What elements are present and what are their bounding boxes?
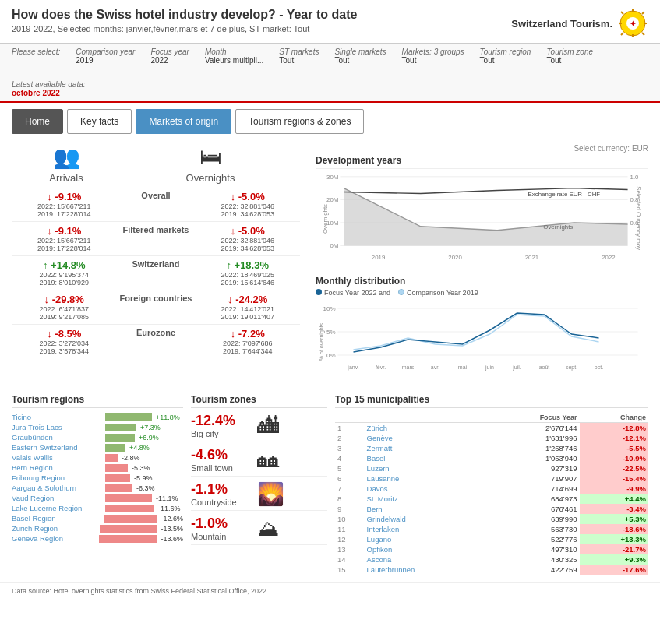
muni-name: Lauterbrunnen	[365, 565, 485, 575]
region-bar	[105, 413, 152, 421]
region-value: -11.6%	[158, 505, 181, 512]
region-value: -12.6%	[161, 515, 183, 523]
muni-name: Davos	[365, 484, 485, 494]
filter-bar: Please select: Comparison year 2019 Focu…	[0, 44, 660, 103]
muni-name: St. Moritz	[365, 494, 485, 504]
svg-line-7	[621, 12, 623, 14]
muni-rank: 5	[335, 463, 365, 473]
region-bar-container: -11.1%	[105, 494, 178, 502]
monthly-chart: 10% 5% 0% janv. févr. mars avr. mai	[316, 299, 648, 385]
municipality-row: 13Opfikon497'310-21.7%	[335, 544, 648, 554]
filter-tourism-region[interactable]: Tourism region Tout	[480, 48, 531, 65]
logo-icon: ✦	[617, 8, 648, 39]
svg-line-8	[642, 33, 644, 35]
muni-focus: 684'973	[484, 494, 579, 504]
muni-change: -12.1%	[580, 433, 649, 443]
filter-markets-3groups[interactable]: Markets: 3 groups Tout	[402, 48, 464, 65]
page-footer: Data source: Hotel overnights statistics…	[0, 582, 660, 599]
region-row: Fribourg Region-5.9%	[12, 473, 183, 482]
muni-rank: 13	[335, 544, 365, 554]
muni-change: -18.6%	[580, 524, 649, 534]
zone-label: Big city	[191, 429, 249, 438]
region-row: Basel Region-12.6%	[12, 514, 183, 523]
markets-of-origin-button[interactable]: Markets of origin	[136, 109, 231, 134]
page-header: How does the Swiss hotel industry develo…	[0, 0, 660, 44]
muni-rank: 2	[335, 433, 365, 443]
muni-rank: 1	[335, 423, 365, 434]
muni-rank: 6	[335, 473, 365, 484]
filter-focus[interactable]: Focus year 2022	[150, 48, 189, 65]
region-name: Eastern Switzerland	[12, 443, 105, 452]
region-bar	[105, 444, 125, 452]
tourism-regions-zones-button[interactable]: Tourism regions & zones	[235, 109, 364, 134]
svg-text:oct.: oct.	[595, 364, 603, 370]
region-bar-container: -5.9%	[105, 474, 153, 482]
filter-single-markets[interactable]: Single markets Tout	[334, 48, 386, 65]
svg-text:avr.: avr.	[431, 364, 439, 370]
filter-st-markets[interactable]: ST markets Tout	[279, 48, 319, 65]
arrivals-value: ↓ -29.8% 2022: 6'471'837 2019: 9'217'085	[12, 290, 117, 325]
tourism-zones-section: Tourism zones -12.4%Big city🏙-4.6%Small …	[191, 394, 327, 575]
region-bar-container: +11.8%	[105, 413, 180, 421]
filter-comparison[interactable]: Comparison year 2019	[76, 48, 135, 65]
overnights-header: 🛏 Overnights	[152, 144, 269, 184]
region-bar	[105, 474, 130, 482]
svg-text:mars: mars	[402, 364, 415, 370]
muni-name: Lugano	[365, 534, 485, 544]
filter-month[interactable]: Month Valeurs multipli...	[205, 48, 263, 65]
arrivals-icon: 👥	[12, 144, 121, 170]
currency-selector[interactable]: Select currency: EUR	[316, 144, 648, 153]
region-row: Bern Region-5.3%	[12, 463, 183, 472]
zone-value: -1.0%	[191, 516, 249, 532]
region-bar	[104, 515, 157, 523]
bottom-section: Tourism regions Ticino+11.8%Jura Trois L…	[12, 394, 648, 575]
municipality-row: 9Bern676'461-3.4%	[335, 504, 648, 514]
svg-text:janv.: janv.	[347, 364, 358, 371]
overnights-value: ↓ -7.2% 2022: 7'097'686 2019: 7'644'344	[195, 325, 300, 359]
muni-rank: 12	[335, 534, 365, 544]
stats-row-label: Switzerland	[117, 256, 196, 290]
svg-text:août: août	[539, 364, 550, 370]
region-row: Graubünden+6.9%	[12, 433, 183, 442]
muni-change: -10.9%	[580, 453, 649, 463]
filter-tourism-zone[interactable]: Tourism zone Tout	[546, 48, 593, 65]
key-facts-button[interactable]: Key facts	[67, 109, 132, 134]
muni-focus: 927'319	[484, 463, 579, 473]
zone-icon: ⛰	[257, 516, 279, 541]
filter-latest: Latest available data: octobre 2022	[12, 80, 86, 97]
svg-text:0.6: 0.6	[630, 220, 640, 227]
region-name: Aargau & Solothurn	[12, 484, 105, 492]
region-row: Ticino+11.8%	[12, 413, 183, 421]
municipality-row: 12Lugano522'776+13.3%	[335, 534, 648, 544]
chart-area: Select currency: EUR Development years O…	[316, 144, 648, 386]
muni-focus: 1'631'996	[484, 433, 579, 443]
home-button[interactable]: Home	[12, 109, 63, 134]
region-row: Zurich Region-13.5%	[12, 524, 183, 533]
muni-change: +13.3%	[580, 534, 649, 544]
col-rank	[335, 413, 365, 423]
zone-label: Countryside	[191, 498, 249, 507]
region-bar-container: -11.6%	[105, 505, 181, 512]
svg-text:0.8: 0.8	[630, 197, 640, 204]
region-bar	[105, 494, 152, 502]
comparison-dot	[398, 289, 404, 295]
muni-rank: 7	[335, 484, 365, 494]
muni-change: -22.5%	[580, 463, 649, 473]
svg-text:2020: 2020	[448, 255, 462, 262]
svg-text:2021: 2021	[525, 255, 538, 262]
region-bar-container: +6.9%	[105, 434, 159, 442]
zone-label: Mountain	[191, 532, 249, 541]
muni-name: Basel	[365, 453, 485, 463]
region-row: Geneva Region-13.6%	[12, 534, 183, 543]
muni-rank: 8	[335, 494, 365, 504]
svg-text:5%: 5%	[326, 329, 336, 336]
region-row: Vaud Region-11.1%	[12, 494, 183, 502]
municipality-row: 3Zermatt1'258'746-5.5%	[335, 443, 648, 453]
stats-left: 👥 Arrivals 🛏 Overnights ↓ -9.1% 2022: 15…	[12, 144, 300, 386]
zones-list: -12.4%Big city🏙-4.6%Small town🏘-1.1%Coun…	[191, 413, 327, 545]
region-bar	[105, 434, 135, 442]
muni-name: Ascona	[365, 554, 485, 565]
region-row: Eastern Switzerland+4.8%	[12, 443, 183, 452]
muni-rank: 4	[335, 453, 365, 463]
region-name: Valais Wallis	[12, 453, 105, 462]
